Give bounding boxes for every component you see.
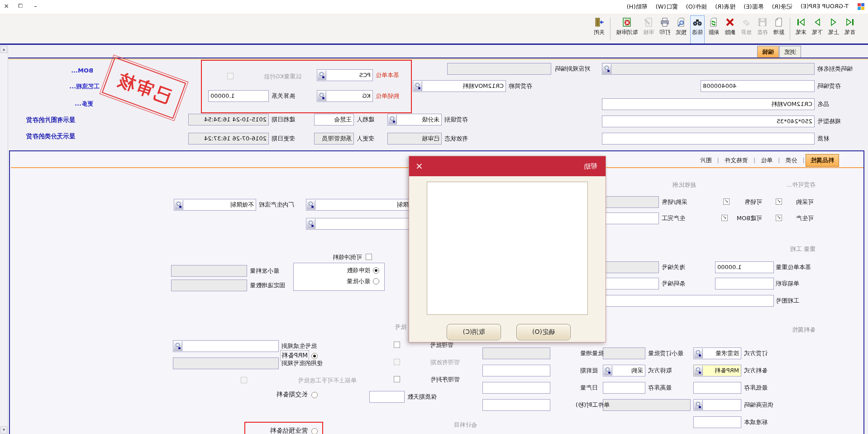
delete-button[interactable]: 删除 bbox=[723, 15, 737, 44]
dialog-radio-mrp[interactable] bbox=[311, 353, 318, 359]
menu-item-1[interactable]: 记录(R) bbox=[768, 3, 796, 11]
lookup-button-blfs[interactable] bbox=[694, 366, 703, 376]
field-phgz[interactable] bbox=[173, 340, 279, 352]
field-flowB[interactable]: 不做限制 bbox=[306, 199, 423, 211]
close-button[interactable]: × bbox=[4, 2, 9, 10]
field-ggxh[interactable]: 250*240*35 bbox=[602, 116, 815, 127]
field-bzq[interactable] bbox=[369, 391, 405, 403]
field-scwg[interactable] bbox=[604, 212, 659, 224]
lookup-button-gys[interactable] bbox=[694, 400, 703, 410]
field-gdzz[interactable] bbox=[171, 280, 247, 291]
close-button[interactable]: 关闭 bbox=[592, 15, 606, 44]
field-flowC[interactable] bbox=[306, 218, 423, 230]
lookup-button-cnsc[interactable] bbox=[175, 200, 183, 210]
radio-bsl[interactable] bbox=[373, 267, 379, 274]
lookup-button-flowB[interactable] bbox=[307, 200, 315, 210]
menu-item-3[interactable]: 报表(R) bbox=[711, 3, 739, 11]
field-yxzt[interactable]: 已审核 bbox=[387, 133, 442, 145]
field-zxfl[interactable] bbox=[171, 265, 247, 277]
lookup-button-chjc[interactable] bbox=[414, 81, 422, 91]
detail-tab-图片[interactable]: 图片 bbox=[695, 154, 716, 166]
menu-item-4[interactable]: 操作(O) bbox=[682, 3, 711, 11]
field-dxrj[interactable] bbox=[715, 278, 774, 289]
lookup-button-phgz[interactable] bbox=[174, 341, 182, 351]
link-3[interactable]: 显示有图片的存货 bbox=[26, 116, 75, 124]
last-button[interactable]: 末笔 bbox=[794, 15, 808, 44]
view-tab-浏览[interactable]: 浏览 bbox=[779, 46, 801, 58]
checkbox-glxlh[interactable] bbox=[394, 376, 400, 382]
new-button[interactable]: 新增 bbox=[772, 15, 786, 44]
lookup-button-qdfs[interactable] bbox=[604, 366, 612, 376]
field-dygz[interactable] bbox=[447, 63, 551, 75]
vertical-scrollbar[interactable]: ▲ ▼ bbox=[0, 45, 8, 434]
refresh-button[interactable]: 刷新 bbox=[706, 15, 721, 44]
field-dhfs[interactable]: 按需求量 bbox=[693, 347, 741, 359]
field-chjb[interactable]: 未分级 bbox=[387, 114, 442, 125]
field-gys[interactable] bbox=[693, 399, 741, 411]
field-hgbh[interactable] bbox=[604, 261, 659, 273]
field-zgkc[interactable] bbox=[603, 382, 645, 394]
print-button[interactable]: 打印 bbox=[658, 15, 672, 44]
unaudit-button[interactable]: 取消审核 bbox=[614, 15, 639, 44]
detail-tab-分类[interactable]: 分类 bbox=[781, 154, 802, 166]
field-blfs[interactable]: MRP备料 bbox=[693, 365, 741, 376]
checkbox-ksc[interactable] bbox=[776, 215, 782, 221]
scroll-down-icon[interactable]: ▼ bbox=[0, 426, 7, 434]
link-0[interactable]: BOM... bbox=[71, 67, 93, 74]
field-rcl[interactable] bbox=[482, 382, 550, 394]
menu-item-6[interactable]: 帮助(H) bbox=[623, 3, 652, 11]
field-bmlb[interactable] bbox=[602, 63, 815, 75]
cancel-button[interactable]: 取消(C) bbox=[447, 324, 501, 340]
checkbox-kxs[interactable] bbox=[723, 198, 730, 205]
field-chbm[interactable]: 400400008 bbox=[701, 80, 815, 92]
field-jdrq[interactable]: 2015-10-24 16:34:54 bbox=[188, 114, 269, 125]
detail-tab-单位[interactable]: 单位 bbox=[756, 154, 777, 166]
dialog-titlebar[interactable]: 帮助 × bbox=[409, 156, 606, 176]
field-tmbh[interactable] bbox=[604, 278, 659, 289]
field-zdkc[interactable] bbox=[693, 382, 741, 394]
field-plzl[interactable] bbox=[482, 347, 550, 359]
field-bzcb[interactable] bbox=[693, 416, 741, 428]
checkbox-glph[interactable] bbox=[394, 342, 400, 348]
field-qdfs[interactable]: 采购 bbox=[603, 365, 645, 376]
detail-tab-资格文件[interactable]: 资格文件 bbox=[720, 154, 753, 166]
checkbox-kjbom[interactable] bbox=[721, 215, 728, 221]
checkbox-kcg[interactable] bbox=[776, 198, 782, 205]
preview-button[interactable]: 预览 bbox=[674, 15, 688, 44]
minimize-button[interactable]: – bbox=[34, 2, 37, 10]
field-bgrq[interactable]: 2016-07-26 16:37:24 bbox=[188, 133, 269, 145]
detail-tab-料品属性[interactable]: 料品属性 bbox=[806, 154, 839, 167]
link-2[interactable]: 更多... bbox=[75, 100, 93, 108]
field-syph[interactable] bbox=[173, 357, 279, 369]
field-chjc[interactable]: CR12MOV精料 bbox=[413, 80, 506, 92]
field-tqq[interactable] bbox=[482, 365, 550, 376]
view-tab-编辑[interactable]: 编辑 bbox=[757, 46, 779, 58]
dialog-close-icon[interactable]: × bbox=[415, 160, 423, 171]
field-cgxs[interactable] bbox=[604, 196, 659, 208]
field-jbzl[interactable]: 1.00000 bbox=[715, 261, 774, 273]
prev-button[interactable]: 上笔 bbox=[826, 15, 841, 44]
field-jdr[interactable]: 王慧会 bbox=[314, 114, 354, 125]
field-cz[interactable] bbox=[602, 133, 815, 145]
field-cnsc[interactable]: 不做限制 bbox=[174, 199, 256, 211]
checkbox-kdc[interactable] bbox=[366, 254, 372, 260]
filter-button[interactable]: 筛选 bbox=[690, 15, 705, 44]
ok-button[interactable]: 确定(O) bbox=[516, 324, 571, 340]
lookup-button-bmlb[interactable] bbox=[603, 64, 611, 74]
radio-zxpl[interactable] bbox=[373, 278, 379, 285]
lookup-button-dhfs[interactable] bbox=[694, 348, 703, 358]
next-button[interactable]: 下笔 bbox=[810, 15, 825, 44]
menu-item-2[interactable]: 界面(E) bbox=[739, 3, 768, 11]
lookup-button-chjb[interactable] bbox=[388, 115, 397, 125]
scroll-up-icon[interactable]: ▲ bbox=[0, 46, 7, 53]
menu-item-5[interactable]: 窗口(W) bbox=[652, 3, 682, 11]
field-bgr[interactable]: 系统管理员 bbox=[314, 133, 354, 145]
link-4[interactable]: 显示无分类的存货 bbox=[26, 132, 75, 140]
link-1[interactable]: 工艺流程... bbox=[69, 82, 100, 91]
field-pm[interactable]: CR12MOV精料 bbox=[602, 98, 815, 110]
first-button[interactable]: 首笔 bbox=[843, 15, 857, 44]
restore-button[interactable]: ❐ bbox=[18, 3, 23, 9]
lookup-button-flowC[interactable] bbox=[307, 219, 315, 229]
dialog-radio-cjq[interactable] bbox=[311, 392, 318, 398]
field-djgs[interactable] bbox=[482, 399, 550, 411]
